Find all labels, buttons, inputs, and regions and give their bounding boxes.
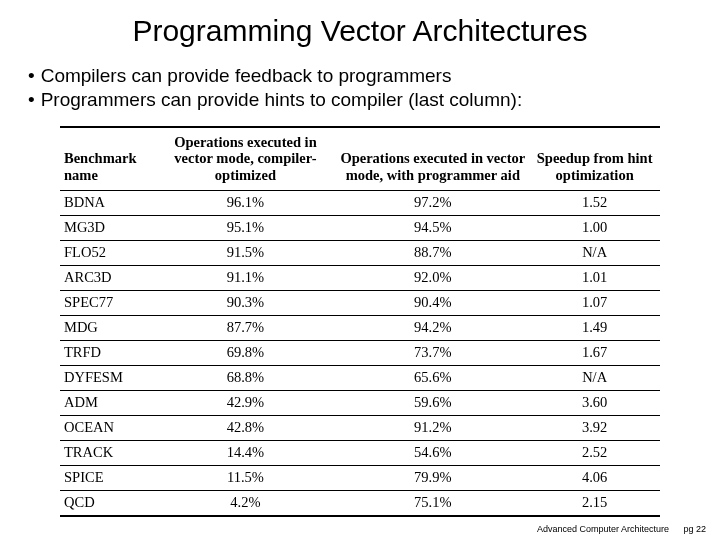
cell-compiler: 11.5% [154,465,336,490]
cell-speedup: 1.01 [529,265,660,290]
table-row: DYFESM68.8%65.6%N/A [60,365,660,390]
cell-speedup: 1.00 [529,215,660,240]
cell-speedup: N/A [529,365,660,390]
table-row: ARC3D91.1%92.0%1.01 [60,265,660,290]
cell-name: TRFD [60,340,154,365]
cell-compiler: 42.9% [154,390,336,415]
table-row: BDNA96.1%97.2%1.52 [60,190,660,215]
cell-speedup: 3.92 [529,415,660,440]
table-row: SPEC7790.3%90.4%1.07 [60,290,660,315]
cell-name: BDNA [60,190,154,215]
cell-programmer: 90.4% [336,290,529,315]
cell-name: MG3D [60,215,154,240]
bullet-item: Programmers can provide hints to compile… [28,88,692,112]
table-row: MG3D95.1%94.5%1.00 [60,215,660,240]
cell-speedup: 1.67 [529,340,660,365]
col-compiler: Operations executed in vector mode, comp… [154,127,336,191]
bullet-list: Compilers can provide feedback to progra… [0,58,720,120]
cell-name: DYFESM [60,365,154,390]
cell-compiler: 87.7% [154,315,336,340]
cell-compiler: 91.1% [154,265,336,290]
cell-name: OCEAN [60,415,154,440]
cell-name: TRACK [60,440,154,465]
cell-compiler: 91.5% [154,240,336,265]
cell-name: ARC3D [60,265,154,290]
bullet-item: Compilers can provide feedback to progra… [28,64,692,88]
cell-programmer: 97.2% [336,190,529,215]
cell-compiler: 68.8% [154,365,336,390]
col-programmer: Operations executed in vector mode, with… [336,127,529,191]
table-row: TRACK14.4%54.6%2.52 [60,440,660,465]
col-benchmark: Benchmark name [60,127,154,191]
cell-compiler: 95.1% [154,215,336,240]
table-header-row: Benchmark name Operations executed in ve… [60,127,660,191]
table-row: MDG87.7%94.2%1.49 [60,315,660,340]
table-row: ADM42.9%59.6%3.60 [60,390,660,415]
cell-speedup: 1.07 [529,290,660,315]
cell-speedup: 1.52 [529,190,660,215]
table-row: SPICE11.5%79.9%4.06 [60,465,660,490]
table-row: TRFD69.8%73.7%1.67 [60,340,660,365]
data-table-wrap: Benchmark name Operations executed in ve… [60,126,660,517]
cell-speedup: 2.52 [529,440,660,465]
cell-programmer: 79.9% [336,465,529,490]
footer-course: Advanced Computer Architecture [537,524,669,534]
cell-programmer: 65.6% [336,365,529,390]
slide-footer: Advanced Computer Architecture pg 22 [537,524,706,534]
cell-compiler: 14.4% [154,440,336,465]
cell-programmer: 94.2% [336,315,529,340]
cell-compiler: 42.8% [154,415,336,440]
table-row: FLO5291.5%88.7%N/A [60,240,660,265]
cell-programmer: 92.0% [336,265,529,290]
benchmark-table: Benchmark name Operations executed in ve… [60,126,660,517]
cell-name: SPEC77 [60,290,154,315]
cell-name: FLO52 [60,240,154,265]
cell-speedup: 2.15 [529,490,660,516]
cell-programmer: 75.1% [336,490,529,516]
cell-speedup: 1.49 [529,315,660,340]
cell-name: ADM [60,390,154,415]
cell-programmer: 88.7% [336,240,529,265]
cell-compiler: 4.2% [154,490,336,516]
cell-speedup: 4.06 [529,465,660,490]
cell-compiler: 69.8% [154,340,336,365]
table-row: QCD4.2%75.1%2.15 [60,490,660,516]
footer-page: pg 22 [683,524,706,534]
table-row: OCEAN42.8%91.2%3.92 [60,415,660,440]
slide-title: Programming Vector Architectures [0,0,720,58]
cell-name: MDG [60,315,154,340]
cell-programmer: 54.6% [336,440,529,465]
cell-programmer: 91.2% [336,415,529,440]
cell-compiler: 90.3% [154,290,336,315]
cell-speedup: N/A [529,240,660,265]
cell-name: QCD [60,490,154,516]
cell-programmer: 73.7% [336,340,529,365]
cell-programmer: 59.6% [336,390,529,415]
cell-programmer: 94.5% [336,215,529,240]
cell-compiler: 96.1% [154,190,336,215]
cell-speedup: 3.60 [529,390,660,415]
cell-name: SPICE [60,465,154,490]
col-speedup: Speedup from hint optimization [529,127,660,191]
